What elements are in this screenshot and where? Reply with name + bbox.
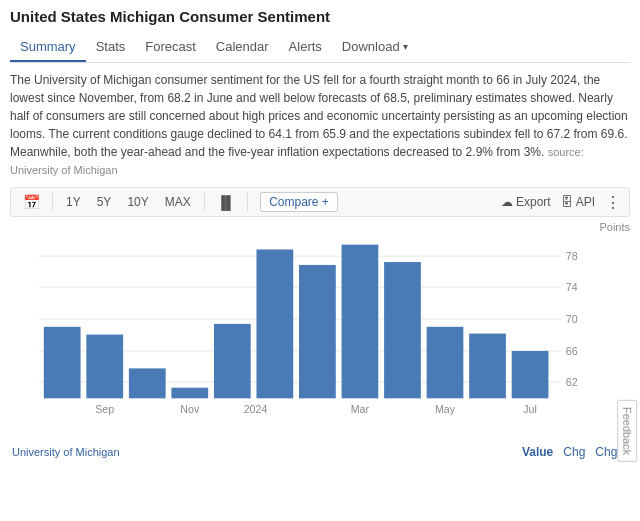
svg-text:Nov: Nov: [180, 403, 200, 415]
bar-sep: [86, 335, 123, 399]
svg-text:Jul: Jul: [523, 403, 537, 415]
toolbar-separator-1: [52, 193, 53, 211]
y-axis-label: Points: [599, 221, 630, 233]
tab-forecast[interactable]: Forecast: [135, 33, 206, 62]
chart-source-link[interactable]: University of Michigan: [12, 446, 120, 458]
value-tab-value[interactable]: Value: [522, 445, 553, 459]
export-button[interactable]: ☁ Export: [501, 195, 551, 209]
tab-stats[interactable]: Stats: [86, 33, 136, 62]
bar-oct: [129, 368, 166, 398]
chevron-down-icon: ▾: [403, 41, 408, 52]
value-tab-chg[interactable]: Chg: [563, 445, 585, 459]
export-label: Export: [516, 195, 551, 209]
time-btn-5y[interactable]: 5Y: [92, 193, 117, 211]
description-text: The University of Michigan consumer sent…: [10, 71, 630, 179]
svg-text:62: 62: [566, 376, 578, 388]
bar-jan: [257, 249, 294, 398]
toolbar-separator-2: [204, 193, 205, 211]
bar-feb: [299, 265, 336, 398]
page-container: United States Michigan Consumer Sentimen…: [0, 0, 640, 467]
svg-text:66: 66: [566, 345, 578, 357]
svg-text:2024: 2024: [244, 403, 268, 415]
chart-svg: 62 66 70 74 78: [10, 221, 590, 421]
page-title: United States Michigan Consumer Sentimen…: [10, 8, 630, 25]
bar-apr: [384, 262, 421, 398]
database-icon: 🗄: [561, 195, 573, 209]
svg-text:78: 78: [566, 250, 578, 262]
svg-text:Sep: Sep: [95, 403, 114, 415]
time-btn-10y[interactable]: 10Y: [122, 193, 153, 211]
bar-chart-icon[interactable]: ▐▌: [213, 193, 239, 212]
more-options-button[interactable]: ⋮: [605, 193, 621, 212]
value-tabs: Value Chg Chg%: [522, 445, 628, 459]
api-label: API: [576, 195, 595, 209]
toolbar-separator-3: [247, 193, 248, 211]
bar-may: [427, 327, 464, 399]
bar-aug: [44, 327, 81, 399]
feedback-button[interactable]: Feedback: [617, 400, 637, 462]
svg-text:74: 74: [566, 281, 578, 293]
chart-footer: University of Michigan Value Chg Chg%: [10, 445, 630, 459]
time-btn-1y[interactable]: 1Y: [61, 193, 86, 211]
cloud-icon: ☁: [501, 195, 513, 209]
bar-jun: [469, 334, 506, 399]
tab-download-label: Download: [342, 39, 400, 54]
svg-text:Mar: Mar: [351, 403, 370, 415]
time-btn-max[interactable]: MAX: [160, 193, 196, 211]
tabs-bar: Summary Stats Forecast Calendar Alerts D…: [10, 33, 630, 63]
tab-alerts[interactable]: Alerts: [279, 33, 332, 62]
svg-text:70: 70: [566, 313, 578, 325]
tab-download[interactable]: Download ▾: [332, 33, 418, 62]
chart-toolbar: 📅 1Y 5Y 10Y MAX ▐▌ Compare + ☁ Export 🗄 …: [10, 187, 630, 217]
toolbar-right: ☁ Export 🗄 API ⋮: [501, 193, 621, 212]
tab-calendar[interactable]: Calendar: [206, 33, 279, 62]
api-button[interactable]: 🗄 API: [561, 195, 595, 209]
bar-dec: [214, 324, 251, 398]
svg-text:May: May: [435, 403, 456, 415]
calendar-icon[interactable]: 📅: [19, 192, 44, 212]
chart-area: Points 62 66 70 74 78: [10, 221, 630, 441]
tab-summary[interactable]: Summary: [10, 33, 86, 62]
bar-nov: [171, 388, 208, 399]
bar-mar: [342, 245, 379, 399]
bar-jul: [512, 351, 549, 398]
compare-button[interactable]: Compare +: [260, 192, 338, 212]
